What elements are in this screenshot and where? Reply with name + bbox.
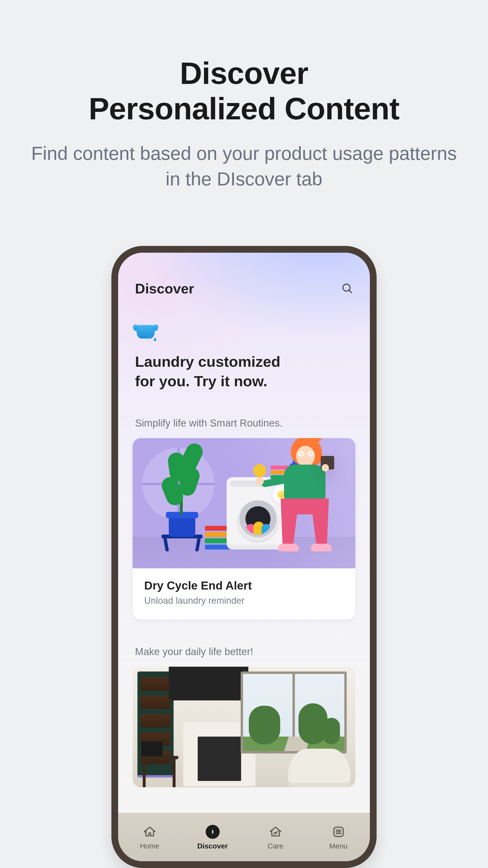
nav-menu-label: Menu [329, 842, 347, 850]
routine-card-illustration [132, 438, 356, 568]
hero-subtitle: Find content based on your product usage… [0, 141, 488, 192]
section-label-daily: Make your daily life better! [135, 646, 353, 657]
phone-mockup: Discover Laundry customized for you. Try… [112, 246, 376, 868]
search-button[interactable] [341, 282, 353, 295]
daily-life-card[interactable] [132, 667, 356, 787]
menu-icon [331, 825, 346, 839]
routine-card-subtitle: Unload laundry reminder [144, 595, 344, 606]
living-room-image [132, 667, 356, 787]
screen-header: Discover [118, 253, 370, 297]
care-icon [268, 825, 283, 839]
routine-card[interactable]: Dry Cycle End Alert Unload laundry remin… [132, 438, 356, 619]
routine-card-body: Dry Cycle End Alert Unload laundry remin… [132, 568, 356, 619]
nav-care[interactable]: Care [244, 813, 307, 861]
marketing-hero: Discover Personalized Content Find conte… [0, 0, 488, 192]
feature-headline-line2: for you. Try it now. [135, 373, 267, 390]
nav-menu[interactable]: Menu [307, 813, 370, 861]
svg-marker-3 [212, 829, 214, 835]
routine-card-title: Dry Cycle End Alert [144, 579, 344, 592]
search-icon [341, 282, 353, 294]
bottom-nav: Home Discover [118, 813, 370, 861]
screen-title: Discover [135, 280, 194, 297]
nav-care-label: Care [268, 842, 283, 850]
svg-point-2 [145, 831, 146, 833]
phone-frame: Discover Laundry customized for you. Try… [112, 246, 376, 868]
nav-home-label: Home [140, 842, 159, 850]
home-icon [143, 825, 157, 839]
compass-icon [206, 825, 220, 839]
feature-headline-line1: Laundry customized [135, 353, 280, 370]
nav-discover-label: Discover [197, 842, 228, 850]
hero-title-line2: Personalized Content [89, 91, 399, 126]
svg-line-1 [349, 290, 352, 292]
tshirt-wash-icon [135, 323, 157, 342]
nav-home[interactable]: Home [118, 813, 181, 861]
hero-title: Discover Personalized Content [0, 56, 488, 126]
hero-title-line1: Discover [180, 56, 308, 90]
nav-discover[interactable]: Discover [181, 813, 244, 861]
phone-screen: Discover Laundry customized for you. Try… [118, 253, 370, 861]
feature-headline: Laundry customized for you. Try it now. [135, 352, 353, 391]
section-label-routines: Simplify life with Smart Routines. [135, 417, 353, 429]
